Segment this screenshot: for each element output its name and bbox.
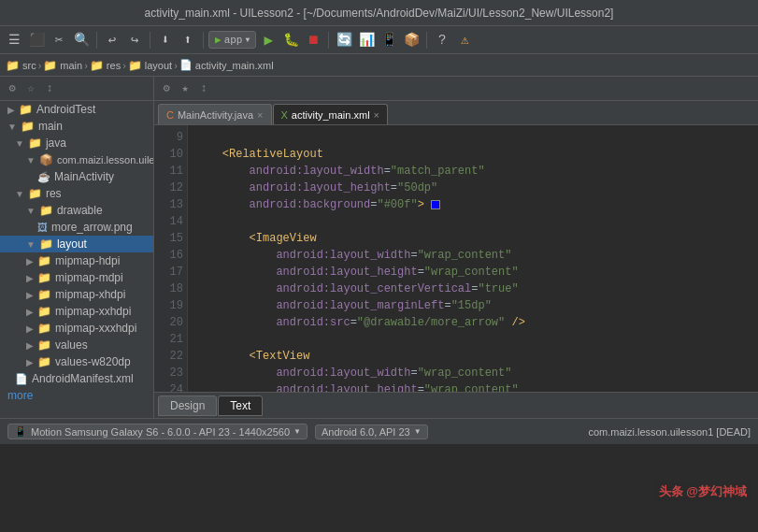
sidebar-collapse-icon[interactable]: ↕ bbox=[41, 80, 58, 97]
xml-attr: android:layout_height bbox=[250, 181, 391, 194]
stop-button[interactable]: ⏹ bbox=[303, 30, 323, 50]
sidebar-item-layout[interactable]: ▼ 📁 layout bbox=[0, 236, 153, 252]
watermark: 头条 @梦幻神域 bbox=[655, 482, 751, 502]
sidebar-item-mipmap-hdpi[interactable]: ▶ 📁 mipmap-hdpi bbox=[0, 252, 153, 269]
toolbar-copy-icon[interactable]: ⬛ bbox=[26, 30, 47, 50]
history-icon[interactable]: ↕ bbox=[195, 80, 212, 97]
structure-icon[interactable]: 📊 bbox=[356, 30, 377, 50]
caret-icon: ▼ bbox=[15, 189, 24, 199]
sidebar-star-icon[interactable]: ☆ bbox=[22, 80, 39, 97]
toolbar-down-icon[interactable]: ⬇ bbox=[155, 30, 176, 50]
sidebar-item-values-w820dp[interactable]: ▶ 📁 values-w820dp bbox=[0, 353, 153, 370]
sidebar-label: mipmap-xxhdpi bbox=[55, 305, 131, 318]
sync-icon[interactable]: 🔄 bbox=[334, 30, 354, 50]
toolbar-menu-icon[interactable]: ☰ bbox=[4, 30, 24, 50]
folder-icon: 📁 bbox=[37, 355, 51, 368]
tab-text[interactable]: Text bbox=[218, 395, 263, 416]
sidebar-label: res bbox=[46, 187, 62, 200]
code-line-17: android:layout_centerVertical="true" bbox=[195, 280, 751, 297]
sidebar-item-mipmap-xxxhdpi[interactable]: ▶ 📁 mipmap-xxxhdpi bbox=[0, 320, 153, 337]
tab-activity-main[interactable]: X activity_main.xml × bbox=[273, 104, 389, 124]
toolbar-undo-icon[interactable]: ↩ bbox=[102, 30, 122, 50]
caret-icon: ▶ bbox=[26, 324, 34, 334]
folder-icon: 📁 bbox=[128, 59, 142, 72]
line-num-14: 14 bbox=[154, 213, 183, 230]
sep2 bbox=[150, 32, 150, 49]
sidebar-item-mipmap-mdpi[interactable]: ▶ 📁 mipmap-mdpi bbox=[0, 269, 153, 286]
code-content[interactable]: <RelativeLayout android:layout_width="ma… bbox=[188, 125, 758, 392]
sidebar-item-values[interactable]: ▶ 📁 values bbox=[0, 337, 153, 353]
code-area[interactable]: 9 10 11 12 13 14 15 16 17 18 19 20 21 22… bbox=[154, 125, 758, 392]
sidebar-label: main bbox=[38, 120, 63, 133]
sidebar-item-drawable[interactable]: ▼ 📁 drawable bbox=[0, 202, 153, 219]
tab-close-icon[interactable]: × bbox=[374, 109, 379, 121]
caret-icon: ▼ bbox=[15, 138, 24, 149]
sidebar-item-mainactivity[interactable]: ☕ MainActivity bbox=[0, 168, 153, 185]
xml-tagname: TextView bbox=[256, 350, 310, 363]
breadcrumb-layout-label: layout bbox=[145, 60, 172, 71]
breadcrumb-src[interactable]: 📁 src bbox=[6, 59, 36, 72]
xml-icon: 📄 bbox=[15, 373, 28, 385]
sidebar-item-more-arrow[interactable]: 🖼 more_arrow.png bbox=[0, 219, 153, 236]
warning-icon[interactable]: ⚠ bbox=[454, 30, 475, 50]
sidebar-item-mipmap-xhdpi[interactable]: ▶ 📁 mipmap-xhdpi bbox=[0, 286, 153, 303]
breadcrumb-main[interactable]: 📁 main bbox=[43, 59, 82, 72]
xml-bracket: > bbox=[418, 198, 424, 211]
caret-icon: ▼ bbox=[7, 122, 17, 132]
api-selector[interactable]: Android 6.0, API 23 ▼ bbox=[315, 424, 428, 439]
api-label: Android 6.0, API 23 bbox=[322, 426, 410, 438]
bottom-editor-tabs: Design Text bbox=[154, 392, 758, 418]
device-selector[interactable]: 📱 Motion Samsung Galaxy S6 - 6.0.0 - API… bbox=[7, 424, 307, 439]
tab-design[interactable]: Design bbox=[158, 395, 217, 416]
toolbar-up-icon[interactable]: ⬆ bbox=[178, 30, 198, 50]
sidebar-item-main[interactable]: ▼ 📁 main bbox=[0, 118, 153, 135]
help-icon[interactable]: ? bbox=[432, 30, 452, 50]
caret-icon: ▼ bbox=[26, 206, 36, 216]
folder-icon: 📦 bbox=[39, 153, 53, 166]
design-tab-label: Design bbox=[170, 399, 205, 412]
app-selector[interactable]: ▶ app ▼ bbox=[208, 31, 256, 49]
sidebar-item-mipmap-xxhdpi[interactable]: ▶ 📁 mipmap-xxhdpi bbox=[0, 303, 153, 320]
run-button[interactable]: ▶ bbox=[258, 30, 279, 50]
sidebar-item-java[interactable]: ▼ 📁 java bbox=[0, 135, 153, 151]
breadcrumb-file[interactable]: 📄 activity_main.xml bbox=[179, 59, 274, 71]
xml-value: "50dp" bbox=[397, 181, 437, 194]
code-line-21: <TextView bbox=[195, 348, 751, 365]
code-line-10: android:layout_width="match_parent" bbox=[195, 163, 751, 180]
folder-icon: 📁 bbox=[37, 305, 51, 318]
toolbar-cut-icon[interactable]: ✂ bbox=[49, 30, 69, 50]
sidebar-item-package[interactable]: ▼ 📦 com.maizi.lesson.uiles... bbox=[0, 151, 153, 168]
xml-value: "wrap_content" bbox=[418, 249, 512, 262]
code-line-13 bbox=[195, 213, 751, 230]
device-icon[interactable]: 📱 bbox=[379, 30, 399, 50]
breadcrumb-res[interactable]: 📁 res bbox=[90, 59, 121, 72]
xml-value: "@drawable/more_arrow" bbox=[357, 316, 505, 329]
tab-mainactivity[interactable]: C MainActivity.java × bbox=[158, 104, 272, 124]
sidebar-settings-icon[interactable]: ⚙ bbox=[4, 80, 21, 97]
line-num-21: 21 bbox=[154, 331, 183, 348]
inspect-icon[interactable]: ★ bbox=[177, 80, 193, 97]
folder-icon: 📁 bbox=[90, 59, 104, 72]
title-bar: activity_main.xml - UILesson2 - [~/Docum… bbox=[0, 0, 758, 26]
xml-tab-icon: X bbox=[281, 109, 288, 121]
tab-close-icon[interactable]: × bbox=[257, 109, 263, 121]
sidebar-item-more[interactable]: more bbox=[0, 387, 153, 404]
sidebar-item-androidtest[interactable]: ▶ 📁 AndroidTest bbox=[0, 101, 153, 118]
editor-tabs: C MainActivity.java × X activity_main.xm… bbox=[154, 101, 758, 125]
line-num-20: 20 bbox=[154, 314, 183, 331]
sidebar-item-res[interactable]: ▼ 📁 res bbox=[0, 185, 153, 202]
editor-area: ⚙ ★ ↕ C MainActivity.java × X activity_m… bbox=[154, 77, 758, 418]
sidebar-label: mipmap-xhdpi bbox=[55, 288, 125, 301]
breadcrumb-layout[interactable]: 📁 layout bbox=[128, 59, 172, 72]
xml-value: "wrap_content" bbox=[424, 383, 519, 392]
line-num-15: 15 bbox=[154, 230, 183, 247]
sidebar-item-androidmanifest[interactable]: 📄 AndroidManifest.xml bbox=[0, 370, 153, 387]
line-num-19: 19 bbox=[154, 297, 183, 314]
toolbar-search-icon[interactable]: 🔍 bbox=[71, 30, 92, 50]
toolbar-redo-icon[interactable]: ↪ bbox=[124, 30, 145, 50]
sdk-icon[interactable]: 📦 bbox=[401, 30, 422, 50]
reformat-icon[interactable]: ⚙ bbox=[158, 80, 175, 97]
debug-button[interactable]: 🐛 bbox=[280, 30, 301, 50]
folder-icon: 📁 bbox=[37, 338, 51, 352]
folder-icon: 📁 bbox=[28, 187, 42, 200]
